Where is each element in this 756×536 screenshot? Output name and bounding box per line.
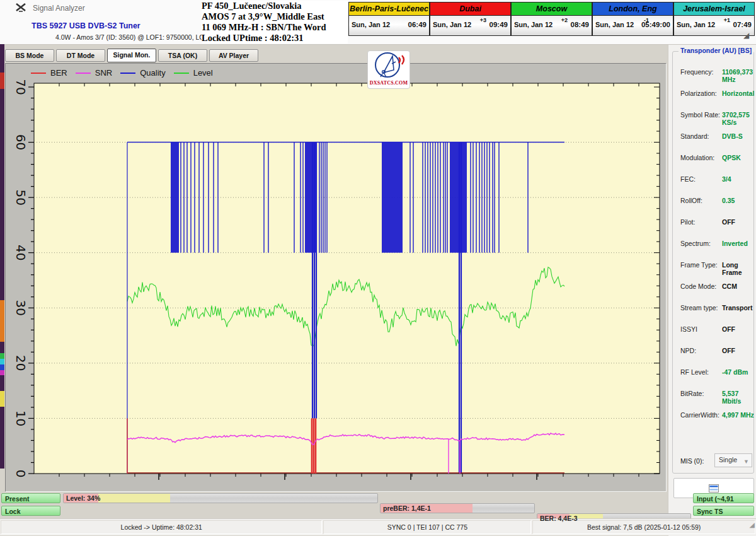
clock-utc-offset: +2 xyxy=(561,17,568,23)
transponder-row-npd: NPD:OFF xyxy=(680,347,756,354)
clock-city: Jerusalem-Israel xyxy=(674,3,754,16)
strip-segment xyxy=(0,370,4,375)
row-label: Code Mode: xyxy=(680,283,716,290)
clock-time: 07:49 xyxy=(733,21,752,28)
row-label: FEC: xyxy=(680,175,696,183)
mis-label: MIS (0): xyxy=(680,457,704,465)
chart-plot: 010203040506070 xyxy=(6,64,666,491)
row-value: 11069,373 MHz xyxy=(722,68,756,83)
y-axis-label: 40 xyxy=(13,245,28,260)
bar-label: preBER: 1,4E-1 xyxy=(383,504,431,512)
tab-dt-mode[interactable]: DT Mode xyxy=(56,49,105,62)
row-value: OFF xyxy=(722,347,735,354)
statusbar-grip-icon[interactable]: ◢ xyxy=(750,521,755,529)
clock-4: Jerusalem-IsraelSun, Jan 12+107:49 xyxy=(673,2,755,36)
clock-1: DubaiSun, Jan 12+309:49 xyxy=(430,2,511,36)
tuner-name: TBS 5927 USB DVB-S2 Tuner xyxy=(32,21,140,30)
y-axis-label: 70 xyxy=(13,79,28,95)
row-label: RollOff: xyxy=(680,197,702,204)
row-label: BitRate: xyxy=(680,390,704,397)
signal-monitor-chart: BERSNRQualityLevel 010203040506070 xyxy=(5,63,667,492)
groupbox-title: Transponder (AU) [BS] xyxy=(679,47,753,54)
row-value: DVB-S xyxy=(722,132,743,140)
transponder-row-rolloff: RollOff:0.35 xyxy=(680,197,756,204)
bar-segment xyxy=(98,494,171,503)
badge-lock: Lock xyxy=(1,506,60,516)
tab-signal-mon[interactable]: Signal Mon. xyxy=(107,49,156,62)
clock-city: Berlin-Paris-Lučenec xyxy=(349,3,429,16)
row-value: 4,997 MHz xyxy=(722,411,754,419)
row-label: Standard: xyxy=(680,132,709,140)
row-label: Modulation: xyxy=(680,154,714,161)
clock-utc-offset: +3 xyxy=(480,17,486,23)
row-label: CarrierWidth: xyxy=(680,411,719,419)
statusbar-cell-0: Locked -> Uptime: 48:02:31 xyxy=(1,520,322,534)
chevron-down-icon: ▼ xyxy=(743,456,749,467)
transponder-row-modulation: Modulation:QPSK xyxy=(680,154,756,161)
clock-city: London, Eng xyxy=(593,3,673,16)
tab-tsa-ok[interactable]: TSA (OK) xyxy=(158,49,207,62)
transponder-row-standard: Standard:DVB-S xyxy=(680,132,756,140)
quality-dropout-block xyxy=(382,143,403,253)
strip-segment xyxy=(0,353,4,359)
clock-time: 05:49:00 xyxy=(641,21,670,28)
transponder-row-frame-type: Frame Type:Long Frame xyxy=(680,261,756,269)
badge-sync-ts: Sync TS xyxy=(693,506,754,516)
resize-grip-icon[interactable]: ◢ xyxy=(743,31,749,40)
level-bar: Level: 34% xyxy=(63,493,378,503)
clock-0: Berlin-Paris-LučenecSun, Jan 1206:49 xyxy=(348,2,430,36)
app-icon xyxy=(15,3,26,13)
window-titlebar: Signal Analyzer ▭✕ TBS 5927 USB DVB-S2 T… xyxy=(0,0,756,45)
transponder-row-polarization: Polarization:Horizontal xyxy=(680,90,756,97)
window-title: Signal Analyzer xyxy=(33,4,85,13)
row-value: Horizontal xyxy=(722,90,754,97)
bar-label: BER: 4,4E-3 xyxy=(540,515,578,522)
y-axis-label: 0 xyxy=(13,470,28,478)
clock-date: Sun, Jan 12 xyxy=(514,21,553,28)
clock-3: London, EngSun, Jan 12-105:49:00 xyxy=(592,2,673,36)
transponder-row-pilot: Pilot:OFF xyxy=(680,218,756,226)
satellite-dish-icon xyxy=(371,51,406,79)
background-window-edge xyxy=(0,44,4,469)
clock-time: 06:49 xyxy=(408,21,427,28)
row-label: RF Level: xyxy=(680,368,709,376)
row-label: Pilot: xyxy=(680,218,695,226)
plot-area xyxy=(34,83,660,474)
tab-av-player[interactable]: AV Player xyxy=(209,49,258,62)
row-label: Frame Type: xyxy=(680,261,718,269)
feed-header-block: PF 450_Lučenec/Slovakia AMOS 7 at 3,9°W_… xyxy=(202,1,348,44)
row-value: Long Frame xyxy=(722,261,756,276)
tab-bs-mode[interactable]: BS Mode xyxy=(5,49,54,62)
mis-value: Single xyxy=(719,456,737,463)
transponder-row-fec: FEC:3/4 xyxy=(680,175,756,183)
transponder-panel: Frequency:11069,373 MHzPolarization:Hori… xyxy=(668,45,756,536)
clock-date: Sun, Jan 12 xyxy=(595,21,634,28)
clock-time: 08:49 xyxy=(571,21,589,28)
y-axis-label: 50 xyxy=(13,189,28,205)
logo-text: DXSATCS.COM xyxy=(368,80,410,86)
strip-segment xyxy=(0,73,4,89)
list-icon xyxy=(709,484,719,492)
y-axis-label: 30 xyxy=(13,300,28,316)
statusbar-cell-1: SYNC 0 | TEI 107 | CC 775 xyxy=(323,520,531,534)
statusbar-cell-2: Best signal: 7,5 dB (2025-01-12 05:59) xyxy=(532,520,755,534)
transponder-row-carrierwidth: CarrierWidth:4,997 MHz xyxy=(680,411,756,419)
mis-select[interactable]: Single ▼ xyxy=(714,453,752,467)
clock-city: Dubai xyxy=(430,3,510,16)
row-value: Inverted xyxy=(722,240,748,247)
transponder-row-symbol-rate: Symbol Rate:3702,575 KS/s xyxy=(680,111,756,119)
transponder-row-code-mode: Code Mode:CCM xyxy=(680,283,756,290)
bar-label: Level: 34% xyxy=(66,494,100,502)
row-value: 3/4 xyxy=(722,175,731,183)
transponder-row-frequency: Frequency:11069,373 MHz xyxy=(680,68,756,76)
feed-line-frequency: 11 069 MHz-H : SBN/The Word xyxy=(202,22,348,33)
clock-utc-offset: +1 xyxy=(724,17,730,23)
transponder-row-rf-level: RF Level:-47 dBm xyxy=(680,368,756,376)
clock-date: Sun, Jan 12 xyxy=(433,21,471,28)
row-value: QPSK xyxy=(722,154,741,161)
row-label: Spectrum: xyxy=(680,240,711,247)
feed-line-location: PF 450_Lučenec/Slovakia xyxy=(202,1,348,11)
feed-line-uptime: Locked UPtime : 48:02:31 xyxy=(202,33,348,44)
row-label: Stream type: xyxy=(680,304,718,312)
transponder-row-bitrate: BitRate:5,537 Mbit/s xyxy=(680,390,756,397)
